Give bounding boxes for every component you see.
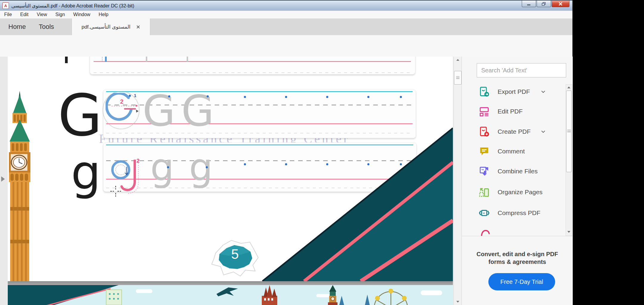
big-ben-illustration <box>8 91 38 281</box>
tab-tools[interactable]: Tools <box>39 18 54 35</box>
practice-letter-gray: G <box>181 90 214 132</box>
panel-tool-label: Create PDF <box>498 128 531 135</box>
tab-document[interactable]: المستوى التأسيسى.pdf <box>72 18 150 35</box>
export-pdf-icon <box>479 86 490 97</box>
close-icon <box>558 2 563 6</box>
start-dot <box>244 96 246 98</box>
panel-tool-comment[interactable]: Comment <box>479 145 568 158</box>
panel-scrollbar-thumb[interactable] <box>566 91 572 172</box>
corner-swoosh-graphic <box>256 118 453 281</box>
left-pane-toggle-icon[interactable] <box>1 176 5 182</box>
menu-view[interactable]: View <box>32 12 51 17</box>
practice-row-partial <box>90 57 415 74</box>
panel-tool-organize-pages[interactable]: Organize Pages <box>479 186 568 199</box>
promo-line1: Convert, edit and e-sign PDF <box>468 250 567 258</box>
start-dot <box>168 95 170 97</box>
start-dot <box>206 166 208 168</box>
guide-baseline <box>94 61 411 62</box>
panel-tool-compress-pdf[interactable]: Compress PDF <box>479 206 568 220</box>
display-letter-fragment <box>65 57 68 63</box>
panel-tool-label: Export PDF <box>498 88 530 95</box>
search-tools-input[interactable] <box>477 63 566 77</box>
menu-sign[interactable]: Sign <box>51 12 69 17</box>
compress-pdf-icon <box>479 207 490 219</box>
tab-home[interactable]: Home <box>8 18 26 35</box>
create-pdf-icon <box>479 126 490 137</box>
organize-pages-icon <box>479 186 490 198</box>
cityscape-illustration <box>8 285 453 305</box>
minimize-button[interactable] <box>522 1 536 7</box>
promo-line2: forms & agreements <box>468 258 567 266</box>
document-scrollbar[interactable] <box>453 57 462 305</box>
panel-scrollbar[interactable] <box>566 84 572 236</box>
close-button[interactable] <box>552 1 569 7</box>
pdf-page: Future Renaissance Training Center G 2 1… <box>8 57 453 281</box>
window-title: المستوى التأسيسى.pdf - Adobe Acrobat Rea… <box>11 3 134 9</box>
practice-letter-gray: g <box>189 149 213 186</box>
crosshair-cursor-icon <box>110 185 122 197</box>
panel-tool-label: Comment <box>498 148 525 155</box>
combine-files-icon <box>479 166 490 177</box>
start-dot <box>207 95 209 97</box>
panel-tool-edit-pdf[interactable]: Edit PDF <box>479 105 568 118</box>
panel-tool-create-pdf[interactable]: Create PDF <box>479 125 568 138</box>
panel-divider <box>462 236 573 236</box>
page-badge-number: 5 <box>226 246 244 262</box>
start-dot <box>367 96 369 98</box>
chevron-down-icon[interactable] <box>540 128 547 135</box>
panel-tool-label: Combine Files <box>498 168 538 175</box>
acrobat-app-icon: A <box>2 2 9 9</box>
start-dot <box>285 96 287 98</box>
document-tab-label: المستوى التأسيسى.pdf <box>81 24 130 30</box>
menu-edit[interactable]: Edit <box>16 12 33 17</box>
document-scrollbar-thumb[interactable] <box>454 71 462 85</box>
panel-tool-label: Edit PDF <box>498 108 523 115</box>
start-dot <box>167 166 169 168</box>
screen: A المستوى التأسيسى.pdf - Adobe Acrobat R… <box>0 0 644 305</box>
title-bar[interactable]: A المستوى التأسيسى.pdf - Adobe Acrobat R… <box>0 0 572 11</box>
promo-text: Convert, edit and e-sign PDF forms & agr… <box>468 250 567 266</box>
stem-guide-dots <box>102 57 103 61</box>
guide-dashed-light <box>94 72 411 73</box>
restore-icon <box>542 2 546 6</box>
stroke-label-1: 1 <box>134 93 136 98</box>
gray-stem <box>187 57 188 62</box>
close-tab-icon[interactable] <box>136 25 140 29</box>
document-viewport[interactable]: Future Renaissance Training Center G 2 1… <box>0 57 462 305</box>
edit-pdf-icon <box>479 106 490 117</box>
panel-tool-label: Organize Pages <box>498 189 543 196</box>
chevron-down-icon[interactable] <box>540 88 547 95</box>
panel-tool-combine-files[interactable]: Combine Files <box>479 165 568 178</box>
free-trial-button[interactable]: Free 7-Day Trial <box>488 273 555 290</box>
scroll-down-icon[interactable] <box>456 300 460 303</box>
restore-button[interactable] <box>537 1 551 7</box>
menu-file[interactable]: File <box>0 12 16 17</box>
panel-tool-export-pdf[interactable]: Export PDF <box>479 85 568 98</box>
start-dot <box>326 96 328 98</box>
display-letter-lowercase: g <box>71 149 101 196</box>
tab-bar: Home Tools المستوى التأسيسى.pdf ? Sign I… <box>0 18 572 35</box>
minimize-icon <box>527 2 531 6</box>
start-dot <box>400 96 402 98</box>
stroke-label-2: 2 <box>137 158 140 164</box>
display-letter-uppercase: G <box>58 87 102 144</box>
practice-letter-gray: g <box>150 149 174 186</box>
menu-help[interactable]: Help <box>95 12 113 17</box>
panel-tool-label: Compress PDF <box>498 209 541 217</box>
page-separator-bar <box>8 281 453 285</box>
scroll-down-icon[interactable] <box>567 231 571 233</box>
stroke2-dotted-guide <box>112 106 137 106</box>
traced-crossbar-pink <box>124 108 136 110</box>
stroke2-dot <box>136 105 137 107</box>
menu-bar: File Edit View Sign Window Help <box>0 11 572 19</box>
tools-panel: Export PDF Edit PDF Create PDF Co <box>462 57 573 305</box>
comment-icon <box>479 146 490 157</box>
menu-window[interactable]: Window <box>69 12 95 17</box>
scroll-up-icon[interactable] <box>567 86 571 89</box>
scroll-up-icon[interactable] <box>456 58 460 61</box>
main-toolbar: Ab <box>0 35 572 57</box>
stroke-label-2: 2 <box>120 98 123 105</box>
stroke-arrowhead-icon <box>135 109 140 113</box>
practice-letter-gray: G <box>143 90 175 132</box>
start-dot <box>244 163 246 165</box>
